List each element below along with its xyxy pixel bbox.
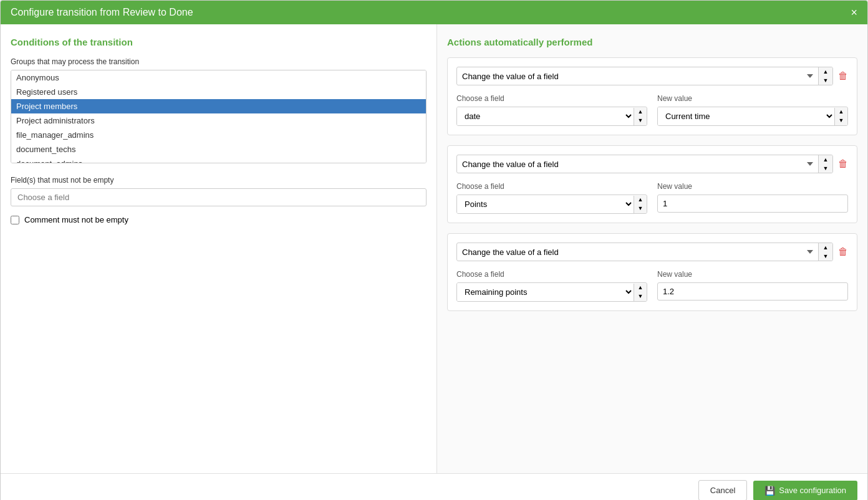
list-item[interactable]: Project members bbox=[11, 99, 426, 113]
new-value-input-3[interactable] bbox=[657, 282, 848, 300]
action-1-new-value: New value Current time ▲ ▼ bbox=[657, 94, 848, 126]
list-item[interactable]: file_manager_admins bbox=[11, 128, 426, 142]
action-type-down-2[interactable]: ▼ bbox=[819, 164, 832, 173]
new-value-down-1[interactable]: ▼ bbox=[835, 117, 847, 125]
new-value-up-1[interactable]: ▲ bbox=[835, 108, 847, 117]
list-item[interactable]: Registered users bbox=[11, 85, 426, 99]
action-type-down-3[interactable]: ▼ bbox=[819, 252, 832, 261]
field-up-3[interactable]: ▲ bbox=[634, 284, 647, 292]
action-card-2-header: Change the value of a field ▲ ▼ 🗑 bbox=[456, 155, 848, 173]
action-2-field-row: Choose a field Points ▲ ▼ New va bbox=[456, 182, 848, 214]
delete-action-1[interactable]: 🗑 bbox=[838, 70, 848, 82]
actions-section-title: Actions automatically performed bbox=[447, 37, 857, 47]
dialog-header: Configure transition from Review to Done… bbox=[1, 1, 867, 24]
new-value-input-2[interactable] bbox=[657, 195, 848, 213]
list-item[interactable]: document_techs bbox=[11, 142, 426, 156]
action-type-up-3[interactable]: ▲ bbox=[819, 243, 832, 252]
configure-transition-dialog: Configure transition from Review to Done… bbox=[0, 0, 868, 500]
field-up-2[interactable]: ▲ bbox=[634, 196, 647, 204]
field-spinner-2: ▲ ▼ bbox=[634, 196, 647, 213]
dialog-body: Conditions of the transition Groups that… bbox=[1, 24, 867, 473]
action-type-select-1[interactable]: Change the value of a field bbox=[457, 68, 818, 85]
close-button[interactable]: × bbox=[851, 7, 857, 18]
right-panel: Actions automatically performed Change t… bbox=[437, 24, 867, 473]
field-spinner-3: ▲ ▼ bbox=[634, 284, 647, 301]
dialog-title: Configure transition from Review to Done bbox=[11, 7, 193, 18]
action-type-select-3[interactable]: Change the value of a field bbox=[457, 244, 818, 261]
comment-checkbox-label[interactable]: Comment must not be empty bbox=[24, 215, 128, 224]
save-label: Save configuration bbox=[779, 486, 846, 495]
action-card-2: Change the value of a field ▲ ▼ 🗑 Choose… bbox=[447, 145, 857, 223]
action-3-new-value: New value bbox=[657, 270, 848, 302]
delete-action-3[interactable]: 🗑 bbox=[838, 246, 848, 257]
fields-not-empty-section: Field(s) that must not be empty bbox=[11, 176, 427, 206]
action-1-field-row: Choose a field date ▲ ▼ New valu bbox=[456, 94, 848, 126]
groups-label: Groups that may process the transition bbox=[11, 57, 427, 66]
save-icon: 💾 bbox=[764, 486, 775, 496]
groups-list[interactable]: Anonymous Registered users Project membe… bbox=[11, 70, 427, 163]
comment-checkbox-row: Comment must not be empty bbox=[11, 215, 427, 224]
save-button[interactable]: 💾 Save configuration bbox=[753, 481, 857, 501]
field-select-2[interactable]: Points bbox=[457, 195, 634, 213]
left-panel: Conditions of the transition Groups that… bbox=[1, 24, 437, 473]
action-1-choose-field: Choose a field date ▲ ▼ bbox=[456, 94, 647, 126]
field-down-1[interactable]: ▼ bbox=[634, 117, 647, 125]
cancel-button[interactable]: Cancel bbox=[698, 480, 747, 500]
new-value-wrapper-1: Current time ▲ ▼ bbox=[657, 107, 848, 126]
field-select-3[interactable]: Remaining points bbox=[457, 283, 634, 301]
list-item[interactable]: Anonymous bbox=[11, 70, 426, 85]
action-3-choose-field: Choose a field Remaining points ▲ ▼ bbox=[456, 270, 647, 302]
fields-not-empty-label: Field(s) that must not be empty bbox=[11, 176, 427, 185]
list-item[interactable]: Project administrators bbox=[11, 113, 426, 128]
action-card-1-header: Change the value of a field ▲ ▼ 🗑 bbox=[456, 67, 848, 85]
new-value-spinner-1: ▲ ▼ bbox=[834, 108, 847, 125]
action-type-down-1[interactable]: ▼ bbox=[819, 76, 832, 85]
field-select-1[interactable]: date bbox=[457, 107, 634, 125]
field-down-2[interactable]: ▼ bbox=[634, 204, 647, 213]
action-2-new-value: New value bbox=[657, 182, 848, 214]
conditions-section-title: Conditions of the transition bbox=[11, 37, 427, 47]
action-2-choose-field: Choose a field Points ▲ ▼ bbox=[456, 182, 647, 214]
field-spinner-1: ▲ ▼ bbox=[634, 108, 647, 125]
choose-field-input[interactable] bbox=[11, 188, 427, 206]
action-card-1: Change the value of a field ▲ ▼ 🗑 Choose… bbox=[447, 57, 857, 135]
action-type-up-2[interactable]: ▲ bbox=[819, 155, 832, 164]
action-type-select-2[interactable]: Change the value of a field bbox=[457, 156, 818, 173]
list-item[interactable]: document_admins bbox=[11, 156, 426, 163]
delete-action-2[interactable]: 🗑 bbox=[838, 158, 848, 170]
new-value-select-1[interactable]: Current time bbox=[658, 107, 834, 125]
comment-checkbox[interactable] bbox=[11, 216, 19, 224]
field-select-wrapper-1: date ▲ ▼ bbox=[456, 107, 647, 126]
field-select-wrapper-3: Remaining points ▲ ▼ bbox=[456, 282, 647, 302]
dialog-footer: Cancel 💾 Save configuration bbox=[1, 473, 867, 500]
action-card-3-header: Change the value of a field ▲ ▼ 🗑 bbox=[456, 243, 848, 261]
action-card-3: Change the value of a field ▲ ▼ 🗑 Choose… bbox=[447, 233, 857, 311]
action-3-field-row: Choose a field Remaining points ▲ ▼ bbox=[456, 270, 848, 302]
field-select-wrapper-2: Points ▲ ▼ bbox=[456, 195, 647, 214]
field-down-3[interactable]: ▼ bbox=[634, 292, 647, 301]
action-type-up-1[interactable]: ▲ bbox=[819, 67, 832, 76]
field-up-1[interactable]: ▲ bbox=[634, 108, 647, 117]
